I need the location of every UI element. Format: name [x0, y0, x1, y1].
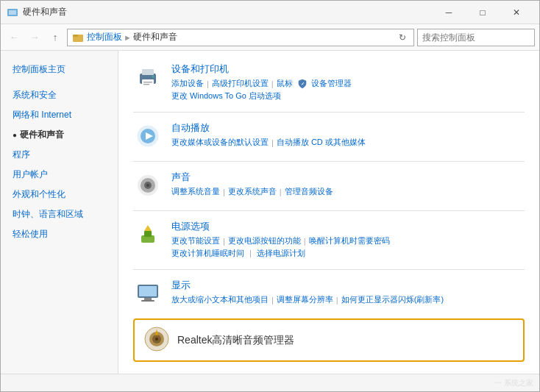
printer-settings-link[interactable]: 高级打印机设置 [212, 78, 269, 89]
devices-links: 添加设备 | 高级打印机设置 | 鼠标 ✓ 设备管理器 [171, 78, 525, 89]
sound-icon [133, 171, 163, 200]
minimize-button[interactable]: ─ [432, 1, 466, 24]
svg-point-30 [155, 338, 158, 341]
sidebar-clock-label: 时钟、语言和区域 [13, 208, 83, 221]
power-title[interactable]: 电源选项 [171, 220, 525, 233]
display-text: 显示 放大或缩小文本和其他项目 | 调整屏幕分辨率 | 如何更正显示器闪烁(刷新… [171, 279, 525, 305]
divider-4 [133, 269, 525, 270]
power-extra: 更改计算机睡眠时间 | 选择电源计划 [171, 248, 525, 259]
svg-rect-9 [143, 82, 152, 83]
realtek-icon [143, 326, 170, 354]
devices-text: 设备和打印机 添加设备 | 高级打印机设置 | 鼠标 ✓ 设备管理器 [171, 63, 525, 101]
sound-section: 声音 调整系统音量 | 更改系统声音 | 管理音频设备 [133, 171, 525, 200]
devices-title[interactable]: 设备和打印机 [171, 63, 525, 76]
display-title[interactable]: 显示 [171, 279, 525, 292]
power-plan-link[interactable]: 选择电源计划 [257, 249, 305, 257]
svg-marker-22 [144, 225, 152, 231]
main-window: 硬件和声音 ─ □ ✕ ← → ↑ 控制面板 ► 硬件和声音 ↻ [0, 0, 540, 392]
svg-rect-21 [144, 231, 152, 237]
sidebar-item-programs[interactable]: 程序 [1, 145, 118, 165]
breadcrumb-sep-1: ► [124, 33, 132, 42]
status-bar: 一 系统之家 [1, 374, 539, 391]
wake-password-link[interactable]: 唤醒计算机时需要密码 [309, 235, 390, 246]
shield-icon: ✓ [297, 79, 308, 89]
volume-link[interactable]: 调整系统音量 [171, 186, 220, 197]
crumb-2[interactable]: 硬件和声音 [133, 31, 177, 43]
back-button[interactable]: ← [5, 29, 23, 46]
title-bar-controls: ─ □ ✕ [432, 1, 533, 24]
sidebar-users-label: 用户帐户 [13, 168, 48, 181]
address-input[interactable]: 控制面板 ► 硬件和声音 ↻ [67, 29, 414, 46]
close-button[interactable]: ✕ [500, 1, 533, 24]
realtek-item[interactable]: Realtek高清晰音频管理器 [133, 318, 525, 362]
sidebar-item-system[interactable]: 系统和安全 [1, 85, 118, 105]
sidebar-item-network[interactable]: 网络和 Internet [1, 105, 118, 125]
autoplay-default-link[interactable]: 更改媒体或设备的默认设置 [171, 137, 269, 148]
sidebar-item-ease[interactable]: 轻松使用 [1, 224, 118, 244]
divider-1 [133, 112, 525, 113]
power-button-link[interactable]: 更改电源按钮的功能 [228, 235, 301, 246]
power-text: 电源选项 更改节能设置 | 更改电源按钮的功能 | 唤醒计算机时需要密码 更改计… [171, 220, 525, 259]
refresh-rate-link[interactable]: 如何更正显示器闪烁(刷新率) [341, 294, 444, 305]
svg-rect-8 [142, 69, 154, 75]
device-manager-link[interactable]: 设备管理器 [311, 79, 352, 88]
title-bar: 硬件和声音 ─ □ ✕ [1, 1, 539, 24]
power-links: 更改节能设置 | 更改电源按钮的功能 | 唤醒计算机时需要密码 [171, 235, 525, 246]
watermark-text: 一 系统之家 [494, 378, 533, 388]
autoplay-text: 自动播放 更改媒体或设备的默认设置 | 自动播放 CD 或其他媒体 [171, 121, 525, 148]
autoplay-links: 更改媒体或设备的默认设置 | 自动播放 CD 或其他媒体 [171, 137, 525, 148]
sleep-time-link[interactable]: 更改计算机睡眠时间 [171, 249, 244, 257]
sound-links: 调整系统音量 | 更改系统声音 | 管理音频设备 [171, 186, 525, 197]
divider-3 [133, 210, 525, 211]
sidebar-appearance-label: 外观和个性化 [13, 188, 65, 201]
sidebar-ease-label: 轻松使用 [13, 228, 48, 240]
active-bullet: ● [13, 131, 17, 139]
sidebar-item-users[interactable]: 用户帐户 [1, 165, 118, 185]
search-wrap [417, 29, 535, 46]
mouse-link[interactable]: 鼠标 [277, 78, 293, 89]
text-size-link[interactable]: 放大或缩小文本和其他项目 [171, 294, 269, 305]
autoplay-cd-link[interactable]: 自动播放 CD 或其他媒体 [277, 137, 366, 148]
sidebar: 控制面板主页 系统和安全 网络和 Internet ● 硬件和声音 程序 用户帐… [1, 51, 118, 374]
sidebar-network-label: 网络和 Internet [13, 109, 71, 121]
maximize-button[interactable]: □ [466, 1, 500, 24]
sidebar-item-hardware[interactable]: ● 硬件和声音 [1, 125, 118, 145]
svg-rect-10 [143, 84, 149, 85]
folder-icon [72, 32, 84, 43]
sidebar-item-clock[interactable]: 时钟、语言和区域 [1, 204, 118, 224]
autoplay-section: 自动播放 更改媒体或设备的默认设置 | 自动播放 CD 或其他媒体 [133, 121, 525, 151]
devices-section: 设备和打印机 添加设备 | 高级打印机设置 | 鼠标 ✓ 设备管理器 [133, 63, 525, 101]
devices-extra: 更改 Windows To Go 启动选项 [171, 90, 525, 101]
autoplay-title[interactable]: 自动播放 [171, 121, 525, 135]
svg-rect-25 [144, 298, 152, 300]
autoplay-icon [133, 121, 163, 151]
display-icon [133, 279, 163, 308]
search-input[interactable] [422, 32, 533, 43]
display-section: 显示 放大或缩小文本和其他项目 | 调整屏幕分辨率 | 如何更正显示器闪烁(刷新… [133, 279, 525, 308]
devices-icon [133, 63, 163, 92]
windows-togo-link[interactable]: 更改 Windows To Go 启动选项 [171, 91, 281, 100]
forward-button[interactable]: → [26, 29, 43, 46]
refresh-button[interactable]: ↻ [396, 31, 409, 44]
crumb-1[interactable]: 控制面板 [87, 31, 122, 43]
sidebar-item-appearance[interactable]: 外观和个性化 [1, 185, 118, 204]
svg-text:✓: ✓ [300, 82, 304, 86]
svg-rect-26 [141, 300, 154, 302]
sidebar-home-label: 控制面板主页 [13, 63, 65, 76]
divider-2 [133, 161, 525, 162]
sound-text: 声音 调整系统音量 | 更改系统声音 | 管理音频设备 [171, 171, 525, 197]
address-bar: ← → ↑ 控制面板 ► 硬件和声音 ↻ [1, 24, 539, 51]
audio-device-link[interactable]: 管理音频设备 [285, 186, 333, 197]
add-device-link[interactable]: 添加设备 [171, 78, 204, 89]
svg-rect-1 [9, 10, 16, 15]
system-sound-link[interactable]: 更改系统声音 [228, 186, 277, 197]
sidebar-item-home[interactable]: 控制面板主页 [1, 60, 118, 79]
resolution-link[interactable]: 调整屏幕分辨率 [277, 294, 333, 305]
sound-title[interactable]: 声音 [171, 171, 525, 184]
main-area: 控制面板主页 系统和安全 网络和 Internet ● 硬件和声音 程序 用户帐… [1, 51, 539, 374]
sidebar-system-label: 系统和安全 [13, 89, 57, 101]
realtek-label: Realtek高清晰音频管理器 [177, 334, 294, 347]
power-saving-link[interactable]: 更改节能设置 [171, 235, 220, 246]
up-button[interactable]: ↑ [46, 29, 64, 46]
svg-rect-24 [139, 286, 157, 296]
